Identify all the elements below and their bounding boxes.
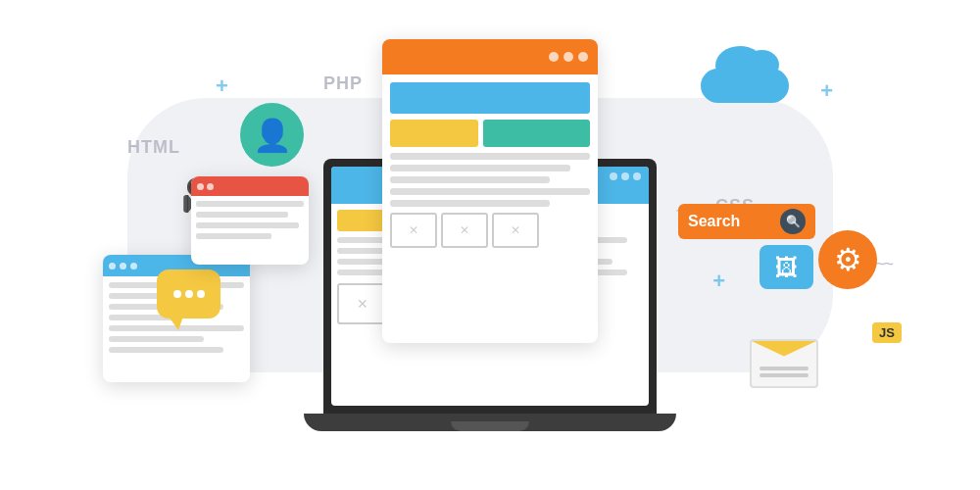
mail-icon bbox=[750, 339, 818, 394]
list-line-3 bbox=[196, 222, 299, 228]
search-icon bbox=[780, 209, 806, 234]
plus-icon-3: + bbox=[712, 269, 725, 294]
code-dot-2 bbox=[120, 263, 126, 270]
doc-green-block bbox=[483, 120, 590, 147]
header-dot-2 bbox=[564, 52, 573, 62]
list-dot-1 bbox=[197, 183, 204, 190]
mail-lines bbox=[760, 367, 808, 380]
gear-icon: ⚙ bbox=[818, 230, 877, 289]
list-body bbox=[191, 196, 309, 249]
mail-line-2 bbox=[760, 373, 808, 377]
doc-yellow-block bbox=[390, 120, 478, 147]
search-label: Search bbox=[688, 213, 780, 230]
doc-box-3 bbox=[492, 213, 539, 248]
code-line-6 bbox=[109, 336, 204, 342]
chat-dot-3 bbox=[197, 290, 205, 298]
header-dot-1 bbox=[549, 52, 559, 62]
mail-body bbox=[750, 339, 818, 388]
chat-dot-1 bbox=[173, 290, 181, 298]
mail-line-1 bbox=[760, 367, 808, 370]
screen-dot-3 bbox=[633, 172, 641, 180]
chat-bubble bbox=[157, 270, 220, 318]
doc-line-1 bbox=[390, 153, 590, 160]
chat-dot-2 bbox=[185, 290, 193, 298]
doc-body bbox=[382, 74, 598, 256]
doc-banner bbox=[390, 82, 590, 114]
js-label: JS bbox=[872, 322, 902, 343]
code-dot-3 bbox=[130, 263, 137, 270]
doc-header bbox=[382, 39, 598, 74]
plus-icon-1: + bbox=[216, 74, 228, 99]
laptop-base bbox=[304, 414, 676, 431]
cloud-bump bbox=[745, 50, 779, 79]
doc-color-blocks bbox=[390, 120, 590, 147]
list-header bbox=[191, 176, 309, 196]
plus-icon-2: + bbox=[820, 78, 833, 104]
doc-image-boxes bbox=[390, 213, 590, 248]
html-label: HTML bbox=[127, 137, 180, 158]
doc-line-2 bbox=[390, 165, 570, 172]
cloud-shape bbox=[701, 49, 789, 103]
list-line-4 bbox=[196, 233, 271, 239]
code-dot-1 bbox=[109, 263, 116, 270]
doc-box-2 bbox=[441, 213, 488, 248]
screen-dot-1 bbox=[610, 172, 617, 180]
mail-flap bbox=[752, 341, 816, 367]
header-dot-3 bbox=[578, 52, 588, 62]
list-window bbox=[191, 176, 309, 265]
image-icon: 🖼 bbox=[760, 245, 813, 289]
illustration-scene: HTML PHP CSS C++ + + + ~~~ ~~~ ~~~ bbox=[49, 20, 931, 470]
list-line-1 bbox=[196, 201, 304, 207]
list-line-2 bbox=[196, 212, 288, 218]
screen-dot-2 bbox=[621, 172, 629, 180]
screen-box-1 bbox=[337, 283, 388, 324]
doc-line-5 bbox=[390, 200, 550, 207]
user-avatar: 👤 bbox=[240, 103, 304, 167]
doc-line-3 bbox=[390, 176, 550, 183]
doc-box-1 bbox=[390, 213, 437, 248]
code-line-7 bbox=[109, 347, 223, 353]
person-icon: 👤 bbox=[253, 117, 292, 154]
document-window bbox=[382, 39, 598, 343]
doc-line-4 bbox=[390, 188, 590, 195]
search-bar[interactable]: Search bbox=[678, 204, 815, 239]
cloud-icon bbox=[701, 49, 789, 103]
list-dot-2 bbox=[207, 183, 214, 190]
php-label: PHP bbox=[323, 74, 363, 94]
